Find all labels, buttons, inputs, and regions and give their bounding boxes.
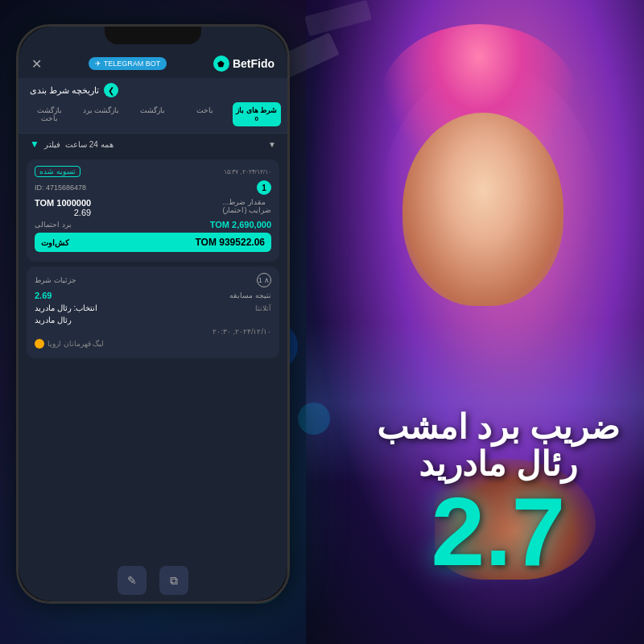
right-panel: ضریب برد امشب رئال مادرید 2.7 xyxy=(377,409,620,580)
tab-return[interactable]: بازگشت xyxy=(129,102,177,126)
phone-frame: ✕ ✈ TELEGRAM BOT ⬟ BetFido ❯ تاریخچه شرط… xyxy=(16,24,290,604)
bet-team-row: رئال مادرید xyxy=(35,316,271,324)
tab-lost[interactable]: باخت xyxy=(180,102,229,126)
bet-number-badge: ∧ 1 xyxy=(257,273,271,287)
big-multiplier-number: 2.7 xyxy=(377,483,620,580)
face-area xyxy=(402,113,564,306)
telegram-label: TELEGRAM BOT xyxy=(104,60,161,68)
win-label: برد احتمالی xyxy=(35,221,72,229)
multiplier-value: 2.69 xyxy=(35,208,91,217)
bet-details-header: ∧ 1 جزئیات شرط xyxy=(35,273,271,287)
bokeh-2 xyxy=(298,402,330,435)
history-text: تاریخچه شرط بندی xyxy=(30,85,99,96)
bet-atlanta: آتلانتا xyxy=(255,304,271,312)
logo-icon: ⬟ xyxy=(213,56,229,72)
settled-badge: تسویه شده xyxy=(35,166,80,177)
amount-value: TOM 1000000 xyxy=(35,198,91,208)
filter-label: فیلتر xyxy=(44,140,60,149)
phone-notch xyxy=(105,27,201,44)
history-arrow-icon: ❯ xyxy=(104,83,118,97)
bet-real-madrid: رئال مادرید xyxy=(35,316,72,324)
bet-date-row: ۲۰۲۴/۱۲/۱۰, ۲۰:۳۰ xyxy=(35,328,271,336)
league-container: لیگ قهرمانان اروپا xyxy=(35,339,104,349)
filter-sublabel: همه 24 ساعت xyxy=(65,140,114,149)
one-badge: 1 xyxy=(257,180,271,195)
bet-date: ۲۰۲۴/۱۲/۱۰, ۲۰:۳۰ xyxy=(213,328,271,336)
tabs-container: شرط های باز 0 باخت بازگشت بازگشت برد باز… xyxy=(19,102,287,133)
card-id: ID: 4715686478 xyxy=(35,184,86,192)
bet-multiplier: 2.69 xyxy=(35,291,52,300)
tab-win-return[interactable]: بازگشت برد xyxy=(76,102,125,126)
bet-card: ۲۰۲۴/۱۲/۱۰, ۱۵:۳۷ تسویه شده 1 ID: 471568… xyxy=(27,159,279,262)
chevron-down-icon: ▼ xyxy=(268,140,276,149)
bet-details-card: ∧ 1 جزئیات شرط نتیجه مسابقه 2.69 آتلانتا… xyxy=(27,266,279,358)
logo-text: BetFido xyxy=(233,57,275,70)
telegram-button[interactable]: ✈ TELEGRAM BOT xyxy=(89,57,167,70)
copy-button[interactable]: ⧉ xyxy=(159,566,188,595)
bet-selection-row: آتلانتا انتخاب: رئال مادرید xyxy=(35,303,271,312)
cashout-row[interactable]: TOM 939522.06 کش‌اوت xyxy=(35,233,271,252)
card-date: ۲۰۲۴/۱۲/۱۰, ۱۵:۳۷ xyxy=(224,168,271,175)
filter-icon: ▼ xyxy=(30,138,39,150)
bet-selection: انتخاب: رئال مادرید xyxy=(35,303,97,312)
bet-multiplier-row: نتیجه مسابقه 2.69 xyxy=(35,291,271,300)
logo-container: ⬟ BetFido xyxy=(213,56,275,72)
possible-win-row: TOM 2,690,000 برد احتمالی xyxy=(35,220,271,229)
league-row: ۲۰۲۴/۱۲/۱۰, ۲۰:۳۰ xyxy=(213,328,271,336)
arabic-title-line1: ضریب برد امشب xyxy=(377,409,620,446)
bet-details-label: جزئیات شرط xyxy=(35,276,76,284)
card-top-row: ۲۰۲۴/۱۲/۱۰, ۱۵:۳۷ تسویه شده xyxy=(35,166,271,177)
filter-row[interactable]: ▼ همه 24 ساعت فیلتر ▼ xyxy=(19,133,287,155)
tab-open-bets[interactable]: شرط های باز 0 xyxy=(233,102,281,126)
cashout-label: کش‌اوت xyxy=(41,238,69,247)
bottom-actions: ✎ ⧉ xyxy=(19,559,287,601)
league-icon xyxy=(35,339,44,349)
league-label: لیگ قهرمانان اروپا xyxy=(47,340,104,348)
tab-loss-return[interactable]: بازگشت باخت xyxy=(25,102,73,126)
filter-left: همه 24 ساعت فیلتر ▼ xyxy=(30,138,114,150)
bet-result-label: نتیجه مسابقه xyxy=(229,291,271,299)
win-value: TOM 2,690,000 xyxy=(210,220,271,229)
phone-wrapper: ✕ ✈ TELEGRAM BOT ⬟ BetFido ❯ تاریخچه شرط… xyxy=(16,24,290,604)
app-screen: ✕ ✈ TELEGRAM BOT ⬟ BetFido ❯ تاریخچه شرط… xyxy=(19,27,287,601)
card-amount-row: مقدار ضرط... ضرایب (احتمار) TOM 1000000 … xyxy=(35,198,271,217)
tab-badge: 0 xyxy=(252,115,262,122)
cashout-amount: TOM 939522.06 xyxy=(195,237,265,248)
card-id-row: 1 ID: 4715686478 xyxy=(35,180,271,195)
bet-league-row: لیگ قهرمانان اروپا xyxy=(35,339,271,349)
edit-icon: ✎ xyxy=(127,574,137,587)
close-button[interactable]: ✕ xyxy=(31,56,42,72)
history-bar[interactable]: ❯ تاریخچه شرط بندی xyxy=(19,78,287,102)
edit-button[interactable]: ✎ xyxy=(118,566,147,595)
amount-label: مقدار ضرط... ضرایب (احتمار) xyxy=(223,198,272,214)
copy-icon: ⧉ xyxy=(170,574,178,588)
